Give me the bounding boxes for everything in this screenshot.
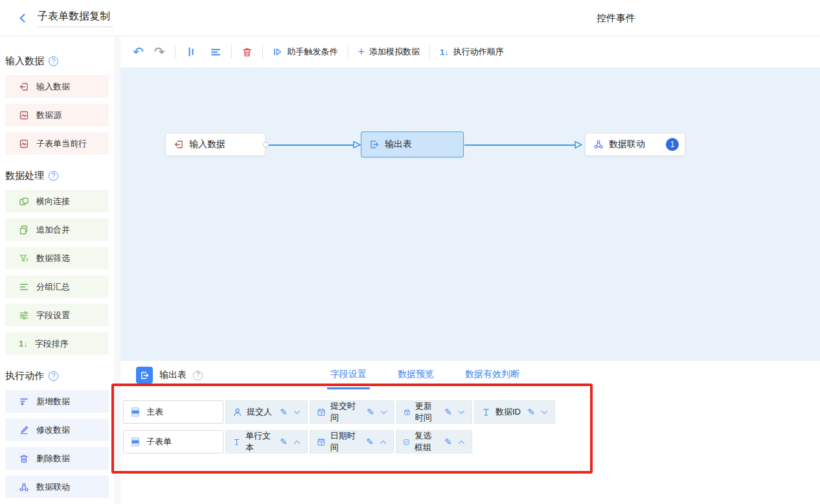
row-name-cell: 子表单 [123, 430, 223, 453]
sidebar-item-delete-data[interactable]: 删除数据 [5, 447, 109, 470]
sidebar-item-field-sort[interactable]: 1↓ 字段排序 [5, 332, 109, 355]
chevron-down-icon[interactable] [458, 410, 465, 415]
page: 子表单数据复制 控件事件 输入数据 ? 输入数据 数据源 子表单当前行 数据处 [0, 0, 820, 504]
field-cell-submit-time[interactable]: 提交时间 ✎ [310, 400, 394, 424]
sidebar-divider [114, 36, 120, 504]
horizontal-join-icon [19, 196, 29, 207]
field-cell-datetime[interactable]: 日期时间 ✎ [310, 430, 394, 453]
field-cell-checkbox-group[interactable]: 复选框组 ✎ [396, 430, 472, 453]
field-label: 复选框组 [415, 430, 439, 453]
edit-field-icon[interactable]: ✎ [280, 407, 288, 417]
align-vertical-button[interactable] [185, 46, 197, 58]
section-label: 输入数据 [5, 55, 44, 67]
field-cell-data-id[interactable]: 数据ID ✎ [474, 400, 555, 424]
chevron-down-icon[interactable] [380, 410, 387, 415]
panel-title: 输出表 [159, 369, 187, 381]
node-input-data[interactable]: 输入数据 [165, 133, 266, 156]
tab-data-preview[interactable]: 数据预览 [394, 361, 437, 389]
field-cell-update-time[interactable]: 更新时间 ✎ [396, 400, 472, 424]
delete-node-button[interactable] [242, 47, 253, 58]
help-icon[interactable]: ? [49, 171, 58, 181]
tab-field-settings[interactable]: 字段设置 [327, 361, 370, 389]
field-table: 主表 提交人 ✎ 提交时间 ✎ [120, 389, 820, 453]
field-cell-submitter[interactable]: 提交人 ✎ [225, 400, 308, 424]
sidebar-item-input-data[interactable]: 输入数据 [5, 75, 109, 98]
edit-data-icon [19, 425, 29, 435]
data-linkage-icon [593, 139, 604, 150]
add-mock-data-button[interactable]: + 添加模拟数据 [358, 46, 420, 58]
sidebar-item-data-linkage[interactable]: 数据联动 [5, 475, 109, 498]
align-horizontal-button[interactable] [210, 46, 222, 58]
field-sort-icon: 1↓ [19, 339, 28, 348]
assistant-trigger-button[interactable]: 助手触发条件 [273, 46, 338, 58]
add-data-icon [19, 396, 29, 407]
row-name: 子表单 [146, 436, 172, 448]
sidebar-item-data-filter[interactable]: 数据筛选 [5, 247, 109, 269]
chevron-up-icon[interactable] [380, 440, 387, 444]
group-summary-icon [19, 282, 29, 292]
undo-button[interactable]: ↶ [133, 45, 144, 58]
field-label: 提交时间 [330, 400, 361, 424]
export-icon [369, 139, 380, 150]
node-detail-panel: 输出表 ? 字段设置 数据预览 数据有效判断 主表 [120, 361, 820, 504]
help-icon[interactable]: ? [49, 371, 58, 381]
sidebar-item-label: 新增数据 [36, 396, 70, 407]
edit-field-icon[interactable]: ✎ [366, 437, 374, 446]
edit-field-icon[interactable]: ✎ [444, 407, 452, 417]
chevron-down-icon[interactable] [541, 410, 548, 415]
action-order-icon: 1↓ [440, 48, 449, 56]
calendar-icon [404, 407, 411, 417]
import-icon [19, 82, 29, 92]
edge-line [269, 144, 354, 146]
chevron-up-icon[interactable] [458, 440, 465, 444]
node-data-linkage[interactable]: 数据联动 1 [585, 133, 685, 156]
sidebar-item-horizontal-join[interactable]: 横向连接 [5, 190, 109, 212]
edit-field-icon[interactable]: ✎ [527, 407, 535, 417]
field-cell-single-line-text[interactable]: 单行文本 ✎ [225, 430, 308, 453]
action-order-button[interactable]: 1↓ 执行动作顺序 [440, 46, 504, 58]
edit-field-icon[interactable]: ✎ [280, 437, 288, 446]
edge-arrow-icon [574, 140, 583, 150]
flow-canvas: 输入数据 输出表 数据联动 1 [120, 67, 820, 361]
redo-button[interactable]: ↷ [154, 45, 165, 58]
section-title-input: 输入数据 ? [5, 55, 114, 67]
node-output-table[interactable]: 输出表 [361, 132, 464, 157]
row-name: 主表 [146, 406, 163, 418]
node-label: 输入数据 [189, 139, 225, 150]
sidebar-item-label: 追加合并 [36, 224, 70, 236]
sidebar-item-datasource[interactable]: 数据源 [5, 104, 109, 126]
delete-data-icon [19, 453, 29, 464]
sidebar-item-append-merge[interactable]: 追加合并 [5, 218, 109, 241]
table-row-subform: 子表单 单行文本 ✎ 日期时间 ✎ [123, 430, 820, 453]
data-linkage-icon [19, 482, 29, 492]
back-button[interactable] [16, 11, 30, 25]
sidebar-item-label: 删除数据 [36, 453, 70, 464]
page-title[interactable]: 子表单数据复制 [38, 8, 113, 27]
align-vertical-icon [185, 46, 197, 58]
tab-data-validity[interactable]: 数据有效判断 [462, 361, 523, 389]
checkbox-icon [403, 437, 410, 447]
toolbar-separator [175, 45, 176, 58]
sidebar-item-label: 数据源 [36, 109, 62, 121]
edge-line [464, 144, 576, 146]
chevron-down-icon[interactable] [293, 410, 301, 415]
edit-field-icon[interactable]: ✎ [367, 407, 374, 417]
sidebar-item-group-summary[interactable]: 分组汇总 [5, 275, 109, 298]
node-count-badge: 1 [666, 138, 679, 151]
help-icon[interactable]: ? [49, 56, 58, 66]
sidebar-item-label: 输入数据 [36, 81, 70, 93]
edit-field-icon[interactable]: ✎ [444, 437, 452, 446]
field-label: 单行文本 [245, 430, 275, 453]
sidebar-item-edit-data[interactable]: 修改数据 [5, 418, 109, 441]
sidebar-item-label: 字段排序 [35, 338, 69, 350]
sidebar-item-label: 数据联动 [36, 481, 70, 493]
sidebar-item-field-settings[interactable]: 字段设置 [5, 304, 109, 326]
sidebar-item-add-data[interactable]: 新增数据 [5, 390, 109, 413]
plus-icon: + [358, 46, 365, 58]
field-label: 数据ID [495, 406, 521, 418]
chevron-up-icon[interactable] [293, 440, 301, 444]
help-icon[interactable]: ? [193, 371, 203, 380]
text-field-icon [233, 437, 241, 447]
sidebar-item-subform-current-row[interactable]: 子表单当前行 [5, 132, 109, 155]
data-filter-icon [19, 253, 29, 264]
